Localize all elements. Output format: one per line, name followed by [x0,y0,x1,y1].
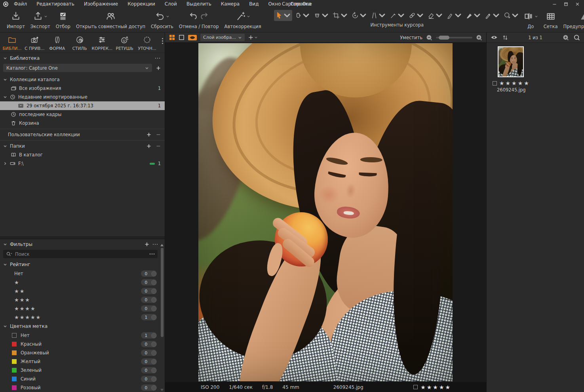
cull-button[interactable]: Отбор [53,10,73,30]
reset-button[interactable]: Сбросить [148,10,176,30]
add-collection-button[interactable] [146,132,151,137]
maximize-button[interactable] [563,2,569,7]
filter-color-green[interactable]: Зеленый 0 [0,366,159,375]
zoom-slider[interactable] [436,37,472,38]
close-button[interactable] [575,2,580,7]
menu-layer[interactable]: Слой [165,1,177,7]
undo-redo-button[interactable]: Отмена / Повтор [176,10,222,30]
menu-view[interactable]: Вид [249,1,259,7]
color-tag-group-header[interactable]: Цветная метка [0,322,159,331]
filter-color-pink[interactable]: Розовый 0 [0,383,159,392]
loupe-tool[interactable] [312,10,330,21]
proof-view-button[interactable] [188,35,197,40]
menu-select[interactable]: Выделить [186,1,211,7]
filter-color-blue[interactable]: Синий 0 [0,375,159,383]
tree-recent-imports[interactable]: Недавние импортированные [0,93,165,101]
filter-rating-5[interactable]: ★★★★★ 1 [0,313,159,322]
tab-tethered[interactable]: С ПРИВ... [23,33,46,53]
menu-window[interactable]: Окно [268,1,281,7]
pan-tool[interactable] [293,10,311,21]
tab-retouch[interactable]: РЕТУШЬ [113,33,136,53]
remove-folder-button[interactable] [156,144,161,148]
filters-scrollbar[interactable] [160,244,164,391]
before-after-button[interactable]: До [521,10,541,30]
mask-pen-tool[interactable] [445,10,463,21]
scroll-up-arrow[interactable] [160,244,164,246]
menu-file[interactable]: Файл [14,1,27,7]
tree-recent-captures[interactable]: последние кадры [0,110,165,119]
filter-color-orange[interactable]: Оранжевый 0 [0,348,159,357]
straighten-tool[interactable] [369,10,387,21]
filters-menu-button[interactable] [153,244,158,245]
count-toggle[interactable]: 0 [141,270,157,277]
thumbnail-image[interactable] [498,47,523,76]
count-toggle[interactable]: 0 [141,341,157,347]
search-icon[interactable] [574,34,580,41]
viewer-photo[interactable] [198,43,453,381]
add-folder-button[interactable] [146,144,151,148]
zoom-out-button[interactable] [426,34,432,41]
zoom-in-button[interactable] [476,34,482,41]
single-view-button[interactable] [179,34,185,40]
tree-user-collections[interactable]: Пользовательские коллекции [0,130,165,139]
brush-tool[interactable] [388,10,406,21]
pick-checkbox[interactable] [413,385,418,389]
search-options-button[interactable] [150,253,155,255]
add-filter-button[interactable] [145,242,149,247]
tree-in-catalog[interactable]: В каталог [0,150,165,159]
tab-refine[interactable]: УТОЧН... [136,33,158,53]
viewer-canvas[interactable] [165,43,486,382]
pencil-tool[interactable] [483,10,501,21]
scroll-down-arrow[interactable] [160,389,164,391]
library-section-header[interactable]: Библиотека [0,53,165,63]
count-toggle[interactable]: 0 [141,279,157,285]
exposure-warning-button[interactable]: Предупр. об эксп. [561,10,584,30]
gradient-mask-tool[interactable] [464,10,482,21]
count-toggle[interactable]: 0 [141,297,157,303]
filter-color-red[interactable]: Красный 0 [0,340,159,348]
count-toggle[interactable]: 0 [141,358,157,365]
crop-tool[interactable] [331,10,349,21]
thumb-pick-checkbox[interactable] [493,81,497,86]
count-toggle[interactable]: 0 [141,376,157,382]
menu-camera[interactable]: Камера [221,1,240,7]
erase-tool[interactable] [426,10,444,21]
cursor-tool[interactable] [274,10,292,21]
search-input[interactable]: Поиск [3,250,158,258]
count-toggle[interactable]: 1 [141,332,157,339]
count-toggle[interactable]: 0 [141,384,157,391]
zoom-slider-handle[interactable] [439,36,449,40]
tree-drive-f[interactable]: F:\ 1 [0,159,165,168]
panel-divider[interactable] [0,236,165,239]
add-catalog-button[interactable] [156,66,161,70]
grid-button[interactable]: Сетка [541,10,561,30]
filter-rating-none[interactable]: Нет 0 [0,269,159,278]
minimize-button[interactable] [552,2,557,7]
filter-color-none[interactable]: Нет 1 [0,331,159,340]
menu-image[interactable]: Изображение [84,1,118,7]
tree-all-images[interactable]: Все изображения 1 [0,84,165,93]
zoom-fit-select[interactable]: Уместить [400,35,422,40]
filter-rating-1[interactable]: ★ 0 [0,278,159,287]
count-toggle[interactable]: 0 [141,288,157,294]
export-button[interactable]: Экспорт [28,10,53,30]
count-toggle[interactable]: 0 [141,350,157,356]
tree-import-session-selected[interactable]: 29 октября 2025 г. 16:37:13 1 [0,101,165,110]
tab-library[interactable]: БИБЛИ... [1,33,23,53]
library-menu-button[interactable] [155,58,160,59]
rotate-tool[interactable] [350,10,368,21]
sort-icon[interactable] [502,35,508,40]
zoom-in-icon[interactable] [563,34,569,41]
filter-rating-2[interactable]: ★★ 0 [0,287,159,295]
layer-select[interactable]: Слой изобра... [200,34,245,41]
tree-folders[interactable]: Папки [0,142,165,150]
catalog-select[interactable]: Каталог: Capture One [3,64,152,72]
tree-catalog-collections[interactable]: Коллекции каталога [0,75,165,84]
thumbnail-card[interactable] [498,46,524,77]
menu-adjustments[interactable]: Коррекции [127,1,155,7]
rating-group-header[interactable]: Рейтинг [0,260,159,269]
count-toggle[interactable]: 1 [141,314,157,320]
share-button[interactable]: Открыть совместный доступ [73,10,148,30]
tabbar-overflow-button[interactable] [162,38,163,44]
eye-icon[interactable] [491,35,498,40]
